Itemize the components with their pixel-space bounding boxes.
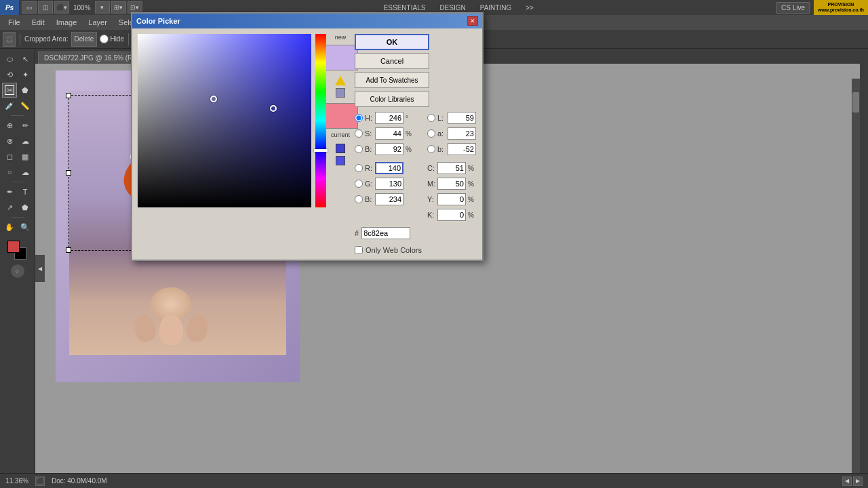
cp-g-row: G: xyxy=(355,177,419,190)
cp-title-bar: Color Picker ✕ xyxy=(132,14,482,28)
cp-h-label: H: xyxy=(365,114,373,122)
cp-right-panel: OK Cancel Add To Swatches Color Librarie… xyxy=(355,34,481,254)
cp-b-label: B: xyxy=(365,145,373,153)
cp-s-label: S: xyxy=(365,129,373,138)
cp-r-label: R: xyxy=(365,164,373,172)
cp-s-row: S: % xyxy=(355,127,419,140)
cp-s-unit: % xyxy=(406,130,419,138)
cp-current-label: current xyxy=(331,131,350,138)
cp-web-colors-label: Only Web Colors xyxy=(366,246,422,254)
cp-c-field[interactable] xyxy=(437,162,466,174)
cp-new-label: new xyxy=(335,34,347,41)
cp-ok-button[interactable]: OK xyxy=(355,34,429,50)
cp-new-color-swatch[interactable] xyxy=(323,45,358,70)
cp-a-label: a: xyxy=(437,129,446,138)
cp-a-field[interactable] xyxy=(448,127,476,140)
cp-hue-track-svg xyxy=(315,34,326,207)
cp-rgb-b-row: B: xyxy=(355,192,419,206)
cp-lab-b-label: b: xyxy=(437,145,446,153)
svg-rect-1 xyxy=(138,34,311,207)
cp-out-of-gamut-icon xyxy=(335,76,346,85)
cp-libraries-button[interactable]: Color Libraries xyxy=(355,91,429,107)
cp-hex-row: # xyxy=(355,227,481,239)
cp-rgb-b-field[interactable] xyxy=(375,193,403,205)
cp-y-field[interactable] xyxy=(437,193,466,205)
cp-a-row: a: xyxy=(427,127,481,140)
cp-m-label: M: xyxy=(427,180,435,188)
cp-lab-b-radio[interactable] xyxy=(427,145,435,153)
cp-k-field[interactable] xyxy=(437,209,466,221)
color-picker-dialog: Color Picker ✕ xyxy=(131,12,484,261)
cp-l-radio[interactable] xyxy=(427,114,435,122)
cp-rgb-b-label: B: xyxy=(365,195,373,203)
cp-buttons: OK Cancel Add To Swatches Color Librarie… xyxy=(355,34,481,107)
cp-cancel-button[interactable]: Cancel xyxy=(355,53,429,69)
cp-g-label: G: xyxy=(365,180,373,188)
cp-r-field[interactable] xyxy=(375,162,403,174)
cp-div-2 xyxy=(427,158,481,159)
cp-gamut-area: new current xyxy=(330,34,351,254)
cp-b-radio[interactable] xyxy=(355,145,363,153)
cp-gradient-svg xyxy=(138,34,311,207)
cp-b-row: B: % xyxy=(355,142,419,156)
cp-g-radio[interactable] xyxy=(355,180,363,188)
cp-inputs: H: ° S: % xyxy=(355,111,481,222)
cp-hue-slider[interactable] xyxy=(315,34,326,207)
cp-k-row: K: % xyxy=(427,208,481,222)
cp-web-colors-checkbox[interactable] xyxy=(355,246,363,254)
cp-rgb-b-radio[interactable] xyxy=(355,195,363,203)
cp-gradient-area[interactable] xyxy=(138,34,311,207)
cp-hex-field[interactable] xyxy=(361,227,410,239)
cp-hex-label: # xyxy=(355,229,359,237)
cp-web-gamut-icon xyxy=(336,144,345,153)
cp-a-radio[interactable] xyxy=(427,129,435,138)
cp-lab-b-row: b: xyxy=(427,142,481,156)
cp-c-label: C: xyxy=(427,164,435,172)
cp-add-swatches-button[interactable]: Add To Swatches xyxy=(355,72,429,88)
cp-close-button[interactable]: ✕ xyxy=(467,16,478,26)
cp-r-radio[interactable] xyxy=(355,164,363,172)
cp-m-field[interactable] xyxy=(437,178,466,190)
cp-gamut-color[interactable] xyxy=(336,88,345,98)
cp-b-unit: % xyxy=(406,146,419,153)
cp-h-radio[interactable] xyxy=(355,114,363,122)
cp-r-row: R: xyxy=(355,161,419,175)
cp-title: Color Picker xyxy=(136,17,180,25)
color-picker-overlay: Color Picker ✕ xyxy=(0,0,868,488)
cp-l-label: L: xyxy=(437,114,446,122)
cp-inputs-left: H: ° S: % xyxy=(355,111,419,222)
cp-k-unit: % xyxy=(468,211,481,219)
cp-h-field[interactable] xyxy=(375,112,403,124)
cp-y-unit: % xyxy=(468,196,481,203)
cp-div-1 xyxy=(355,158,419,159)
svg-rect-2 xyxy=(315,34,326,207)
cp-h-row: H: ° xyxy=(355,111,419,125)
cp-current-color-swatch[interactable] xyxy=(323,103,358,129)
cp-web-colors-row: Only Web Colors xyxy=(355,246,481,254)
cp-b-field[interactable] xyxy=(375,143,403,155)
cp-c-unit: % xyxy=(468,165,481,172)
cp-inputs-right: L: a: b: xyxy=(427,111,481,222)
cp-m-unit: % xyxy=(468,180,481,188)
cp-k-label: K: xyxy=(427,211,435,219)
cp-y-row: Y: % xyxy=(427,192,481,206)
cp-g-field[interactable] xyxy=(375,178,403,190)
cp-h-unit: ° xyxy=(406,115,419,122)
cp-l-row: L: xyxy=(427,111,481,125)
cp-c-row: C: % xyxy=(427,161,481,175)
cp-s-radio[interactable] xyxy=(355,129,363,138)
cp-lab-b-field[interactable] xyxy=(448,143,476,155)
cp-l-field[interactable] xyxy=(448,112,476,124)
cp-m-row: M: % xyxy=(427,177,481,190)
cp-y-label: Y: xyxy=(427,195,435,203)
cp-web-gamut-2 xyxy=(336,156,345,165)
cp-s-field[interactable] xyxy=(375,127,403,140)
cp-body: new current OK Cancel xyxy=(132,28,482,260)
